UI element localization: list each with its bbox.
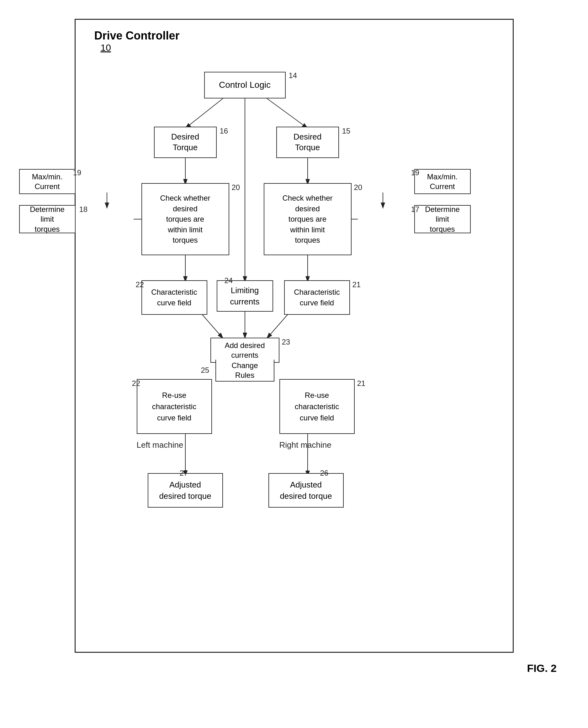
control-logic-box: Control Logic: [204, 72, 286, 99]
char-left-bot-ref: 22: [132, 379, 141, 388]
adjusted-right-box: Adjusteddesired torque: [269, 473, 344, 508]
char-left-bot-box: Re-usecharacteristiccurve field: [137, 379, 212, 434]
right-machine-label: Right machine: [279, 440, 332, 450]
change-rules-ref: 25: [201, 366, 209, 374]
desired-torque-right-ref: 15: [342, 127, 351, 135]
max-min-left-box: Max/min.Current: [19, 169, 76, 194]
drive-controller-title: Drive Controller: [94, 29, 500, 42]
char-right-top-box: Characteristiccurve field: [284, 280, 350, 315]
add-currents-ref: 23: [282, 338, 290, 346]
check-right-ref: 20: [354, 183, 362, 192]
limiting-currents-box: Limitingcurrents: [217, 280, 273, 312]
determine-left-box: Determine limittorques: [19, 205, 76, 233]
check-left-ref: 20: [232, 183, 240, 192]
control-logic-ref: 14: [289, 71, 297, 80]
max-min-left-ref: 19: [73, 168, 82, 177]
svg-line-1: [267, 99, 308, 128]
svg-line-11: [267, 313, 289, 338]
determine-right-ref: 17: [411, 205, 420, 214]
adjusted-right-ref: 26: [320, 469, 329, 477]
char-right-top-ref: 21: [353, 280, 361, 289]
fig-label: FIG. 2: [527, 662, 556, 675]
left-machine-label: Left machine: [137, 440, 184, 450]
flowchart: Control Logic 14 DesiredTorque 16 Desire…: [88, 62, 500, 627]
determine-left-ref: 18: [79, 205, 88, 214]
max-min-right-ref: 19: [411, 168, 420, 177]
limiting-currents-ref: 24: [225, 276, 233, 285]
desired-torque-right-box: DesiredTorque: [276, 127, 339, 158]
change-rules-box: ChangeRules: [215, 360, 274, 382]
char-right-bot-box: Re-usecharacteristiccurve field: [279, 379, 355, 434]
desired-torque-left-ref: 16: [220, 127, 228, 135]
char-right-bot-ref: 21: [357, 379, 366, 388]
page: Drive Controller 10: [0, 0, 588, 728]
svg-line-9: [201, 313, 223, 338]
add-currents-box: Add desiredcurrents: [210, 338, 279, 363]
svg-line-0: [185, 99, 223, 128]
adjusted-left-ref: 27: [180, 469, 188, 477]
char-left-top-box: Characteristiccurve field: [142, 280, 207, 315]
drive-controller-ref: 10: [101, 42, 500, 53]
determine-right-box: Determine limittorques: [414, 205, 471, 233]
desired-torque-left-box: DesiredTorque: [154, 127, 217, 158]
char-left-top-ref: 22: [136, 280, 144, 289]
check-left-box: Check whetherdesiredtorques arewithin li…: [142, 183, 229, 255]
adjusted-left-box: Adjusteddesired torque: [148, 473, 223, 508]
outer-border: Drive Controller 10: [75, 19, 514, 653]
check-right-box: Check whetherdesiredtorques arewithin li…: [264, 183, 352, 255]
max-min-right-box: Max/min.Current: [414, 169, 471, 194]
